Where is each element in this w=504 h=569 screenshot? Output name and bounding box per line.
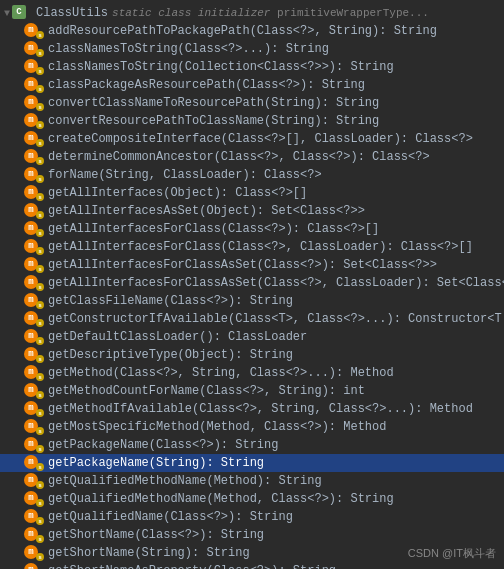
method-name: getConstructorIfAvailable(Class<T>, Clas… <box>48 312 502 326</box>
method-icon: ms <box>24 113 44 129</box>
method-name: classNamesToString(Collection<Class<?>>)… <box>48 60 394 74</box>
method-icon: ms <box>24 419 44 435</box>
method-row[interactable]: msgetAllInterfacesForClass(Class<?>, Cla… <box>0 238 504 256</box>
method-name: getMethodIfAvailable(Class<?>, String, C… <box>48 402 473 416</box>
method-name: getDefaultClassLoader(): ClassLoader <box>48 330 307 344</box>
method-icon: ms <box>24 203 44 219</box>
method-row[interactable]: msdetermineCommonAncestor(Class<?>, Clas… <box>0 148 504 166</box>
method-name: getPackageName(String): String <box>48 456 264 470</box>
method-icon: ms <box>24 311 44 327</box>
method-name: addResourcePathToPackagePath(Class<?>, S… <box>48 24 437 38</box>
method-row[interactable]: msgetQualifiedMethodName(Method, Class<?… <box>0 490 504 508</box>
class-icon: C <box>12 5 32 21</box>
method-icon: ms <box>24 383 44 399</box>
method-row[interactable]: msgetMostSpecificMethod(Method, Class<?>… <box>0 418 504 436</box>
method-name: getMethod(Class<?>, String, Class<?>...)… <box>48 366 394 380</box>
method-name: getMethodCountForName(Class<?>, String):… <box>48 384 365 398</box>
class-name-label: ClassUtils <box>36 6 108 20</box>
method-name: getQualifiedName(Class<?>): String <box>48 510 293 524</box>
watermark: CSDN @IT枫斗者 <box>408 546 496 561</box>
method-row[interactable]: msgetConstructorIfAvailable(Class<T>, Cl… <box>0 310 504 328</box>
method-name: getAllInterfaces(Object): Class<?>[] <box>48 186 307 200</box>
method-icon: ms <box>24 527 44 543</box>
method-name: getAllInterfacesForClass(Class<?>): Clas… <box>48 222 379 236</box>
method-icon: ms <box>24 329 44 345</box>
method-name: getShortName(String): String <box>48 546 250 560</box>
method-icon: ms <box>24 347 44 363</box>
method-icon: ms <box>24 149 44 165</box>
method-row[interactable]: msgetMethod(Class<?>, String, Class<?>..… <box>0 364 504 382</box>
method-row[interactable]: msclassPackageAsResourcePath(Class<?>): … <box>0 76 504 94</box>
method-name: getMostSpecificMethod(Method, Class<?>):… <box>48 420 386 434</box>
method-icon: ms <box>24 401 44 417</box>
method-name: getPackageName(Class<?>): String <box>48 438 278 452</box>
method-icon: ms <box>24 563 44 569</box>
method-icon: ms <box>24 491 44 507</box>
method-name: classPackageAsResourcePath(Class<?>): St… <box>48 78 365 92</box>
method-icon: ms <box>24 275 44 291</box>
method-name: getAllInterfacesAsSet(Object): Set<Class… <box>48 204 365 218</box>
class-header-row[interactable]: ▼ C ClassUtils static class initializer … <box>0 4 504 22</box>
method-row[interactable]: msgetShortNameAsProperty(Class<?>): Stri… <box>0 562 504 569</box>
method-icon: ms <box>24 167 44 183</box>
method-row[interactable]: msgetAllInterfacesAsSet(Object): Set<Cla… <box>0 202 504 220</box>
method-icon: ms <box>24 131 44 147</box>
primitive-type-label: primitiveWrapperType... <box>270 7 428 19</box>
method-name: createCompositeInterface(Class<?>[], Cla… <box>48 132 473 146</box>
methods-list: msaddResourcePathToPackagePath(Class<?>,… <box>0 22 504 569</box>
method-name: getQualifiedMethodName(Method): String <box>48 474 322 488</box>
method-icon: ms <box>24 437 44 453</box>
method-row[interactable]: msgetQualifiedName(Class<?>): String <box>0 508 504 526</box>
method-name: getAllInterfacesForClassAsSet(Class<?>):… <box>48 258 437 272</box>
method-row[interactable]: msgetPackageName(Class<?>): String <box>0 436 504 454</box>
method-icon: ms <box>24 455 44 471</box>
method-name: getAllInterfacesForClassAsSet(Class<?>, … <box>48 276 504 290</box>
method-icon: ms <box>24 185 44 201</box>
method-icon: ms <box>24 509 44 525</box>
method-name: getQualifiedMethodName(Method, Class<?>)… <box>48 492 394 506</box>
method-row[interactable]: msgetClassFileName(Class<?>): String <box>0 292 504 310</box>
method-row[interactable]: msclassNamesToString(Class<?>...): Strin… <box>0 40 504 58</box>
method-icon: ms <box>24 41 44 57</box>
method-name: classNamesToString(Class<?>...): String <box>48 42 329 56</box>
method-row[interactable]: msconvertResourcePathToClassName(String)… <box>0 112 504 130</box>
method-row[interactable]: msconvertClassNameToResourcePath(String)… <box>0 94 504 112</box>
tree-container: ▼ C ClassUtils static class initializer … <box>0 0 504 569</box>
method-icon: ms <box>24 239 44 255</box>
method-row[interactable]: msgetPackageName(String): String <box>0 454 504 472</box>
method-name: determineCommonAncestor(Class<?>, Class<… <box>48 150 430 164</box>
method-row[interactable]: msgetAllInterfacesForClass(Class<?>): Cl… <box>0 220 504 238</box>
method-row[interactable]: msclassNamesToString(Collection<Class<?>… <box>0 58 504 76</box>
method-icon: ms <box>24 23 44 39</box>
method-row[interactable]: msgetAllInterfacesForClassAsSet(Class<?>… <box>0 256 504 274</box>
method-icon: ms <box>24 545 44 561</box>
method-row[interactable]: msgetAllInterfacesForClassAsSet(Class<?>… <box>0 274 504 292</box>
method-name: forName(String, ClassLoader): Class<?> <box>48 168 322 182</box>
method-row[interactable]: msgetDescriptiveType(Object): String <box>0 346 504 364</box>
method-row[interactable]: msgetMethodCountForName(Class<?>, String… <box>0 382 504 400</box>
method-name: getShortName(Class<?>): String <box>48 528 264 542</box>
method-icon: ms <box>24 293 44 309</box>
method-icon: ms <box>24 473 44 489</box>
method-name: getDescriptiveType(Object): String <box>48 348 293 362</box>
method-row[interactable]: msgetDefaultClassLoader(): ClassLoader <box>0 328 504 346</box>
collapse-arrow: ▼ <box>4 8 10 19</box>
method-name: getShortNameAsProperty(Class<?>): String <box>48 564 336 569</box>
method-row[interactable]: msgetMethodIfAvailable(Class<?>, String,… <box>0 400 504 418</box>
method-name: getAllInterfacesForClass(Class<?>, Class… <box>48 240 473 254</box>
method-row[interactable]: mscreateCompositeInterface(Class<?>[], C… <box>0 130 504 148</box>
method-name: convertClassNameToResourcePath(String): … <box>48 96 379 110</box>
method-row[interactable]: msgetAllInterfaces(Object): Class<?>[] <box>0 184 504 202</box>
method-icon: ms <box>24 77 44 93</box>
method-name: convertResourcePathToClassName(String): … <box>48 114 379 128</box>
method-icon: ms <box>24 59 44 75</box>
method-icon: ms <box>24 221 44 237</box>
method-row[interactable]: msgetQualifiedMethodName(Method): String <box>0 472 504 490</box>
method-name: getClassFileName(Class<?>): String <box>48 294 293 308</box>
method-row[interactable]: msgetShortName(Class<?>): String <box>0 526 504 544</box>
method-row[interactable]: msforName(String, ClassLoader): Class<?> <box>0 166 504 184</box>
method-row[interactable]: msaddResourcePathToPackagePath(Class<?>,… <box>0 22 504 40</box>
method-icon: ms <box>24 95 44 111</box>
method-icon: ms <box>24 365 44 381</box>
static-label: static class initializer <box>112 7 270 19</box>
